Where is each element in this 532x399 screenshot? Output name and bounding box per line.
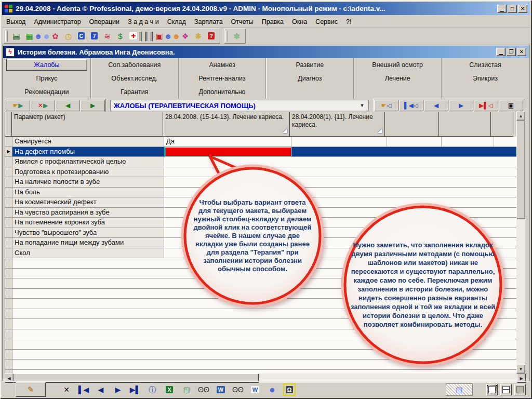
- value-cell[interactable]: [164, 177, 291, 187]
- table-row[interactable]: [5, 299, 516, 309]
- menu-item[interactable]: З а д а ч и: [124, 17, 163, 26]
- child-minimize-button[interactable]: ▁: [496, 48, 506, 56]
- prev-layout-button[interactable]: ◀: [424, 100, 448, 111]
- palette-icon[interactable]: ❖: [179, 30, 192, 42]
- value-cell[interactable]: [442, 248, 494, 258]
- value-cell[interactable]: [291, 248, 387, 258]
- menu-item[interactable]: Операции: [85, 17, 124, 26]
- param-cell[interactable]: На наличие полости в зубе: [12, 177, 164, 187]
- param-cell[interactable]: На потемнение коронки зуба: [12, 218, 164, 228]
- toolbar-grip[interactable]: [5, 31, 8, 42]
- table-row[interactable]: [5, 339, 516, 350]
- help-book-icon[interactable]: ?: [205, 30, 218, 42]
- tab[interactable]: Анамнез: [179, 58, 266, 72]
- value-cell[interactable]: [291, 197, 387, 207]
- tab[interactable]: Соп.заболевания: [91, 58, 178, 72]
- tab[interactable]: Слизистая: [442, 58, 529, 72]
- value-cell[interactable]: [494, 147, 516, 157]
- value-cell[interactable]: [442, 238, 494, 248]
- staff-icon[interactable]: ☻☻: [166, 30, 179, 42]
- value-cell[interactable]: [291, 137, 387, 147]
- menu-item[interactable]: Правка: [258, 17, 288, 26]
- table-row[interactable]: На наличие полости в зубе: [5, 177, 516, 188]
- table-row[interactable]: [5, 329, 516, 340]
- holidays-icon[interactable]: ✿: [49, 30, 62, 42]
- value-cell[interactable]: [442, 147, 494, 157]
- barcode-icon[interactable]: ║║║: [140, 30, 153, 42]
- value-cell[interactable]: [387, 177, 442, 187]
- table-row[interactable]: [5, 370, 516, 374]
- param-cell[interactable]: Подготовка к протезированию: [12, 167, 164, 177]
- table-row[interactable]: ▶На дефект пломбы: [5, 147, 516, 157]
- scroll-down-button[interactable]: ▼: [516, 365, 525, 374]
- scroll-up-button[interactable]: ▲: [516, 112, 525, 121]
- flower-icon[interactable]: ✽: [230, 30, 243, 42]
- tooth-card-button[interactable]: Ω: [283, 383, 296, 396]
- value-cell[interactable]: [442, 218, 494, 228]
- tab[interactable]: Гарантия: [91, 85, 178, 99]
- word-report-button[interactable]: W: [215, 383, 227, 396]
- value-cell[interactable]: [164, 157, 291, 167]
- tab[interactable]: Диагноз: [266, 72, 353, 85]
- column-header[interactable]: Параметр (макет): [11, 112, 163, 137]
- menu-item[interactable]: Окна: [288, 17, 311, 26]
- find-word-doc-button[interactable]: ʘʘ: [232, 383, 244, 396]
- combo-dropdown-icon[interactable]: ▼: [356, 103, 368, 108]
- table-row[interactable]: [5, 278, 516, 289]
- value-cell[interactable]: [387, 167, 442, 177]
- value-cell[interactable]: [387, 157, 442, 167]
- tab[interactable]: Рентген-анализ: [179, 72, 266, 85]
- value-cell[interactable]: [494, 157, 516, 167]
- apply-layout-button[interactable]: ☛◁: [374, 100, 398, 111]
- menu-item[interactable]: ?!: [342, 17, 355, 26]
- value-cell[interactable]: [164, 188, 291, 197]
- grid-vscrollbar[interactable]: ▲ ▼: [516, 112, 525, 374]
- timetable-clock-icon[interactable]: ◷: [62, 30, 75, 42]
- value-cell[interactable]: [164, 238, 291, 248]
- first-record-button[interactable]: ▌◀: [77, 383, 90, 396]
- menu-item[interactable]: Зарплата: [190, 17, 227, 26]
- minimize-button[interactable]: ▁: [497, 5, 507, 13]
- param-cell[interactable]: Скол: [12, 248, 164, 258]
- hand-mode-button[interactable]: ▤: [446, 383, 473, 396]
- value-cell[interactable]: [387, 147, 442, 157]
- param-cell[interactable]: На попадание пищи между зубами: [12, 238, 164, 248]
- column-header[interactable]: [384, 112, 439, 137]
- value-cell[interactable]: [291, 177, 387, 187]
- next-record-button[interactable]: ▶: [112, 383, 124, 396]
- value-cell[interactable]: [387, 188, 442, 197]
- prior-record-button[interactable]: ◀: [95, 383, 107, 396]
- param-cell[interactable]: Явился с профилактической целью: [12, 157, 164, 167]
- value-cell[interactable]: [494, 188, 516, 197]
- print-button[interactable]: ▤: [180, 383, 193, 396]
- tab[interactable]: Лечение: [354, 72, 441, 85]
- table-row[interactable]: Скол: [5, 248, 516, 259]
- title-bar[interactable]: 29.04.2008 - Adenta © Professional, демо…: [2, 2, 530, 15]
- table-row[interactable]: На чувство распирания в зубе: [5, 208, 516, 218]
- delete-record-button[interactable]: ✕: [60, 383, 73, 396]
- table-row[interactable]: [5, 360, 516, 370]
- value-cell[interactable]: [442, 177, 494, 187]
- menu-item[interactable]: Отчеты: [227, 17, 258, 26]
- last-record-button[interactable]: ▶▌: [129, 383, 141, 396]
- value-cell[interactable]: [442, 208, 494, 218]
- table-row[interactable]: На косметический дефект: [5, 197, 516, 208]
- value-cell[interactable]: [291, 218, 387, 228]
- value-cell[interactable]: [442, 197, 494, 207]
- menu-item[interactable]: Администратор: [30, 17, 85, 26]
- value-cell[interactable]: [494, 228, 516, 238]
- value-cell[interactable]: [387, 248, 442, 258]
- column-header[interactable]: [438, 112, 491, 137]
- value-cell[interactable]: [387, 228, 442, 238]
- close-button[interactable]: ✕: [518, 5, 527, 13]
- value-cell[interactable]: [494, 208, 516, 218]
- value-cell[interactable]: [494, 248, 516, 258]
- table-row[interactable]: СанируетсяДа: [5, 137, 516, 147]
- apply-template-button[interactable]: ☛▶: [6, 100, 30, 111]
- table-row[interactable]: [5, 309, 516, 320]
- param-cell[interactable]: Чувство "выросшего" зуба: [12, 228, 164, 238]
- layout-single-button[interactable]: [486, 384, 498, 395]
- tab[interactable]: Прикус: [3, 72, 90, 85]
- value-cell[interactable]: [387, 238, 442, 248]
- param-cell[interactable]: На дефект пломбы: [12, 147, 164, 157]
